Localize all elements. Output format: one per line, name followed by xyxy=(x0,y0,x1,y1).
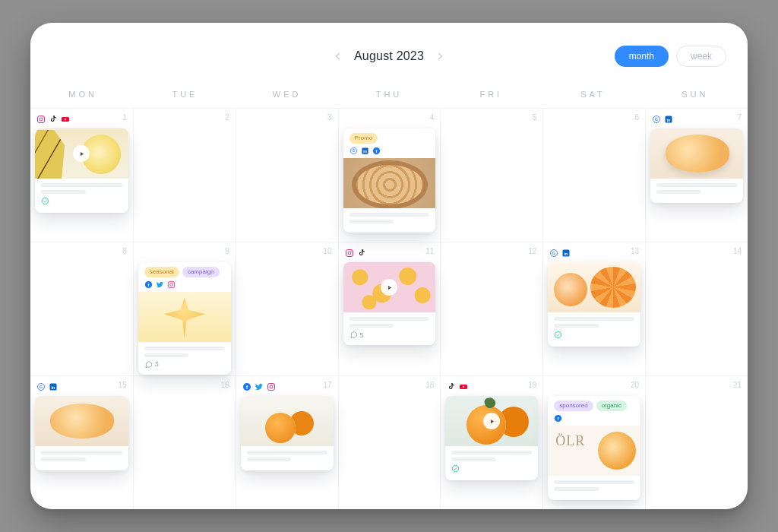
month-title: August 2023 xyxy=(354,49,424,63)
facebook-icon: f xyxy=(242,382,251,391)
day-cell[interactable]: 12 xyxy=(440,242,542,375)
day-cell[interactable]: 20sponsoredorganicf xyxy=(542,375,645,509)
card-thumbnail xyxy=(138,292,231,342)
card-footer xyxy=(241,446,334,470)
day-cell[interactable]: 18 xyxy=(338,375,441,509)
post-card[interactable] xyxy=(650,128,743,203)
day-number: 16 xyxy=(221,381,229,389)
post-card[interactable]: sponsoredorganicf xyxy=(548,396,640,500)
platform-icons xyxy=(447,382,468,391)
post-card[interactable]: PromoGinf xyxy=(343,128,436,233)
day-cell[interactable]: 14 xyxy=(645,242,748,375)
day-cell[interactable]: 4PromoGinf xyxy=(338,108,441,242)
card-thumbnail xyxy=(241,396,334,446)
youtube-icon xyxy=(459,382,468,391)
day-number: 8 xyxy=(122,247,127,255)
day-cell[interactable]: 16 xyxy=(133,375,236,509)
header: August 2023 month week xyxy=(30,23,748,90)
weekday-label: THU xyxy=(338,90,440,99)
card-tag: organic xyxy=(596,401,627,411)
card-thumbnail xyxy=(343,158,436,208)
post-card[interactable] xyxy=(241,396,334,470)
day-cell[interactable]: 2 xyxy=(133,108,236,242)
svg-text:f: f xyxy=(375,148,377,153)
svg-point-36 xyxy=(273,385,274,385)
day-cell[interactable]: 6 xyxy=(542,108,645,242)
linkedin-icon: in xyxy=(664,115,673,124)
day-cell[interactable]: 21 xyxy=(645,375,748,509)
view-month-button[interactable]: month xyxy=(615,46,669,67)
card-footer xyxy=(343,208,436,233)
day-number: 5 xyxy=(533,113,537,122)
google-icon: G xyxy=(652,115,661,124)
play-icon xyxy=(73,145,90,162)
platform-icons xyxy=(36,115,70,124)
approved-icon xyxy=(41,197,49,207)
post-card[interactable]: 5 xyxy=(343,262,436,345)
day-number: 14 xyxy=(733,247,742,255)
card-platform-icons: f xyxy=(548,414,640,426)
twitter-icon xyxy=(156,280,164,289)
day-cell[interactable]: 19 xyxy=(440,375,542,509)
linkedin-icon: in xyxy=(561,249,571,258)
next-month-button[interactable] xyxy=(435,51,445,62)
svg-text:f: f xyxy=(147,282,149,287)
card-header: Promo xyxy=(343,128,436,147)
weekday-label: SUN xyxy=(644,90,746,99)
post-card[interactable] xyxy=(548,262,640,347)
facebook-icon: f xyxy=(144,280,153,289)
day-cell[interactable]: 9seasonalcampaignf3 xyxy=(133,242,236,375)
facebook-icon: f xyxy=(554,414,562,423)
card-header: sponsoredorganic xyxy=(548,396,640,414)
prev-month-button[interactable] xyxy=(333,51,343,62)
svg-point-35 xyxy=(270,385,273,388)
day-number: 21 xyxy=(733,381,742,389)
post-card[interactable] xyxy=(35,396,128,470)
google-icon: G xyxy=(349,147,358,155)
day-cell[interactable]: 7Gin xyxy=(645,108,748,242)
view-toggle: month week xyxy=(615,46,726,67)
instagram-icon xyxy=(267,382,276,391)
card-thumbnail xyxy=(35,128,128,179)
day-cell[interactable]: 3 xyxy=(236,108,338,242)
day-cell[interactable]: 10 xyxy=(236,242,338,375)
card-footer xyxy=(650,179,743,203)
svg-point-38 xyxy=(453,465,459,471)
google-icon: G xyxy=(36,382,46,391)
platform-icons xyxy=(345,249,366,258)
card-thumbnail xyxy=(445,396,538,446)
youtube-icon xyxy=(61,115,70,124)
comments-count: 5 xyxy=(349,331,364,339)
day-cell[interactable]: 1 xyxy=(30,108,133,242)
instagram-icon xyxy=(167,280,176,289)
linkedin-icon: in xyxy=(361,147,369,155)
post-card[interactable] xyxy=(445,396,538,480)
tiktok-icon xyxy=(49,115,58,124)
svg-text:in: in xyxy=(363,148,366,153)
day-cell[interactable]: 5 xyxy=(440,108,542,242)
day-cell[interactable]: 115 xyxy=(338,242,441,375)
card-thumbnail xyxy=(548,262,640,312)
day-number: 12 xyxy=(528,247,536,255)
facebook-icon: f xyxy=(372,147,381,155)
day-number: 1 xyxy=(122,113,127,122)
day-cell[interactable]: 8 xyxy=(30,242,133,375)
card-footer: 3 xyxy=(138,342,231,375)
day-number: 19 xyxy=(528,381,536,389)
view-week-button[interactable]: week xyxy=(676,46,726,67)
day-cell[interactable]: 17f xyxy=(236,375,338,509)
svg-text:in: in xyxy=(52,385,56,390)
approved-icon xyxy=(554,331,562,340)
post-card[interactable] xyxy=(35,128,128,213)
card-footer xyxy=(548,312,640,347)
day-number: 2 xyxy=(225,113,229,122)
card-header: seasonalcampaign xyxy=(138,262,231,280)
day-cell[interactable]: 15Gin xyxy=(30,375,133,509)
post-card[interactable]: seasonalcampaignf3 xyxy=(138,262,231,375)
card-thumbnail xyxy=(548,426,640,476)
svg-text:G: G xyxy=(352,148,355,153)
day-cell[interactable]: 13Gin xyxy=(542,242,645,375)
tiktok-icon xyxy=(447,382,456,391)
svg-point-21 xyxy=(348,252,351,255)
card-footer xyxy=(35,446,128,470)
